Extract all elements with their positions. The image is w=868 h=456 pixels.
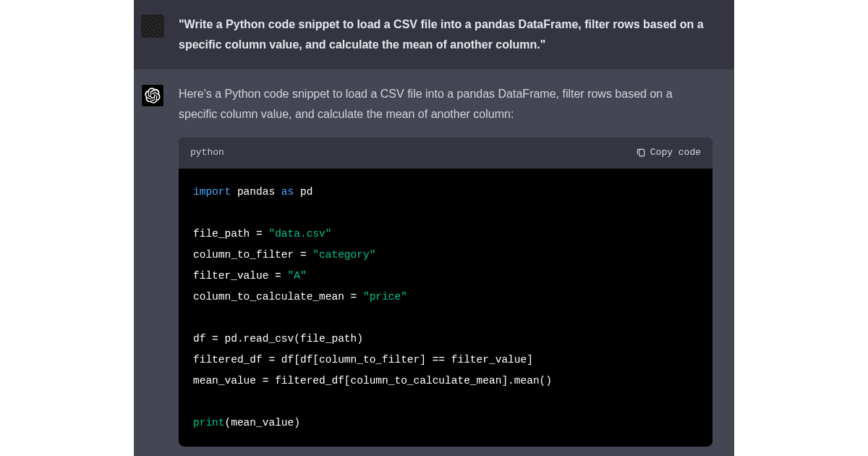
code-token: column_to_calculate_mean bbox=[193, 291, 344, 303]
code-token: filtered_df bbox=[193, 354, 263, 366]
code-token: mean_value bbox=[193, 375, 256, 387]
code-token: "category" bbox=[312, 249, 375, 261]
code-token: = bbox=[294, 249, 312, 261]
code-token: df bbox=[193, 333, 205, 345]
code-token: pd bbox=[300, 186, 312, 198]
code-token: = bbox=[263, 354, 281, 366]
assistant-avatar bbox=[141, 84, 164, 107]
code-token: "A" bbox=[288, 270, 307, 282]
assistant-message-row: Here's a Python code snippet to load a C… bbox=[134, 69, 734, 456]
code-block: python Copy code import pandas as pd fil… bbox=[179, 138, 712, 447]
code-token: df[df[column_to_filter] == filter_value] bbox=[281, 354, 533, 366]
code-token: filtered_df[column_to_calculate_mean].me… bbox=[275, 375, 552, 387]
openai-logo-icon bbox=[145, 88, 161, 104]
code-token: = bbox=[268, 270, 287, 282]
user-message-text: "Write a Python code snippet to load a C… bbox=[179, 18, 704, 51]
chat-container: "Write a Python code snippet to load a C… bbox=[134, 0, 734, 456]
code-token: import bbox=[193, 186, 231, 198]
copy-code-label: Copy code bbox=[650, 145, 701, 161]
assistant-message-content: Here's a Python code snippet to load a C… bbox=[179, 84, 712, 447]
code-token: (mean_value) bbox=[225, 417, 300, 428]
code-token: = bbox=[344, 291, 363, 303]
code-token: "data.csv" bbox=[268, 228, 331, 240]
code-token: column_to_filter bbox=[193, 249, 294, 261]
code-header: python Copy code bbox=[179, 138, 712, 169]
code-token: pandas bbox=[237, 186, 275, 198]
code-token: pd.read_csv(file_path) bbox=[225, 333, 363, 345]
code-token: "price" bbox=[363, 291, 407, 303]
code-token: = bbox=[205, 333, 224, 345]
code-language-label: python bbox=[190, 145, 224, 161]
code-body[interactable]: import pandas as pd file_path = "data.cs… bbox=[179, 169, 712, 447]
user-message-row: "Write a Python code snippet to load a C… bbox=[134, 0, 734, 69]
code-token: print bbox=[193, 417, 225, 428]
copy-code-button[interactable]: Copy code bbox=[636, 145, 701, 161]
clipboard-icon bbox=[636, 148, 646, 158]
user-avatar bbox=[141, 14, 164, 38]
code-token: filter_value bbox=[193, 270, 268, 282]
user-message-content: "Write a Python code snippet to load a C… bbox=[179, 14, 712, 55]
code-token: file_path bbox=[193, 228, 250, 240]
code-token: = bbox=[256, 375, 275, 387]
assistant-intro-text: Here's a Python code snippet to load a C… bbox=[179, 84, 712, 124]
code-token: = bbox=[250, 228, 268, 240]
svg-rect-0 bbox=[639, 150, 644, 156]
code-token: as bbox=[281, 186, 294, 198]
